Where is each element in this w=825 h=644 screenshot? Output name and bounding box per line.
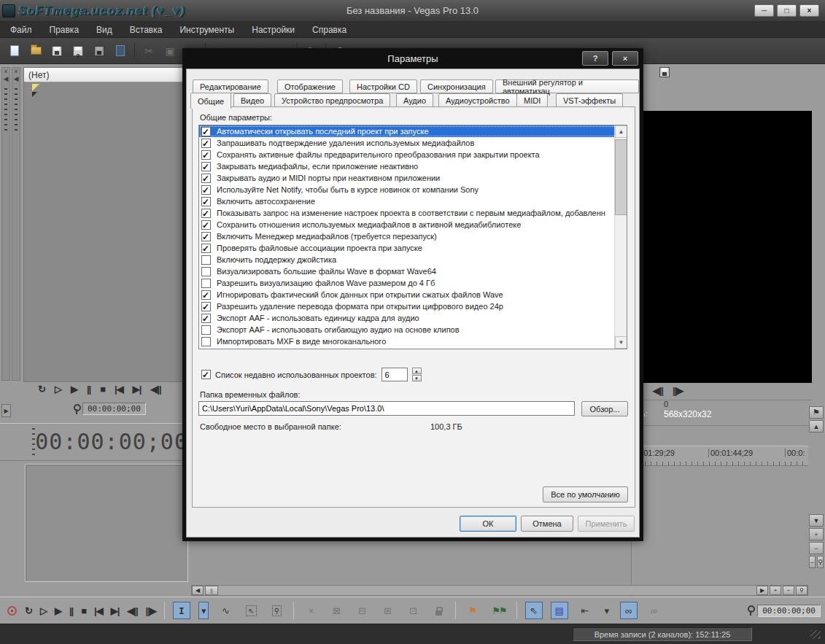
checkbox[interactable] [201,220,211,230]
checkbox[interactable] [201,232,211,241]
ungroup-button[interactable]: ∞ [646,602,663,619]
trimmer-content[interactable] [24,82,184,381]
dialog-title-bar[interactable]: Параметры ? × [186,48,640,69]
go-to-start-icon[interactable]: |◀ [115,384,123,395]
menu-options[interactable]: Настройки [252,25,295,35]
option-row[interactable]: Визуализировать большие файлы Wave в фор… [199,265,627,277]
close-icon[interactable]: × [4,68,7,75]
scroll-left-button[interactable]: ◀ [192,586,204,595]
tab-preview-device[interactable]: Устройство предпросмотра [274,93,390,107]
zoom-out-button[interactable]: − [809,556,816,568]
play-from-start-icon[interactable]: ▷ [40,605,47,616]
checkbox[interactable] [201,267,211,276]
stop-icon[interactable]: ■ [100,384,105,395]
option-row[interactable]: Запрашивать подтверждение удаления испол… [199,137,627,149]
checkbox[interactable] [201,209,211,218]
stop-icon[interactable]: ■ [81,605,86,616]
grip-dots[interactable] [15,88,18,132]
save-as-icon[interactable] [71,44,85,58]
cursor-timecode[interactable]: 00:00:00;00 [757,605,821,617]
option-row[interactable]: Игнорировать фактический блок данных при… [199,289,627,300]
automation-envelope-button[interactable]: ▤ [551,602,568,619]
checkbox[interactable] [201,197,211,206]
checkbox[interactable] [201,302,211,311]
go-to-end-icon[interactable]: ▶| [111,605,120,616]
edit-tool-dropdown[interactable]: ▾ [198,602,209,619]
checkbox[interactable] [201,162,211,171]
scroll-right-button[interactable]: ▶ [756,586,768,595]
menu-view[interactable]: Вид [96,25,112,35]
new-project-icon[interactable] [7,44,22,58]
master-timecode[interactable]: 00:00:00;00 [35,429,188,454]
lock-event-button[interactable] [430,602,447,619]
close-button[interactable]: × [799,4,819,17]
loop-playback-icon[interactable]: ↻ [38,384,45,395]
zoom-in-vertical-button[interactable]: + [809,528,824,540]
collapse-arrow-icon[interactable]: ◀ [14,75,19,82]
open-project-icon[interactable] [28,44,43,58]
loop-playback-icon[interactable]: ↻ [25,605,32,616]
option-row[interactable]: Проверять файловые ассоциации проекта пр… [199,242,627,254]
expand-button[interactable]: ▶ [1,404,11,417]
option-row[interactable]: Включить Менеджер медиафайлов (требуется… [199,230,627,242]
play-from-start-icon[interactable]: ▷ [55,384,61,395]
properties-icon[interactable] [113,44,128,58]
save-icon[interactable] [50,44,64,58]
zoom-out-vertical-button[interactable]: − [809,542,824,554]
next-frame-icon[interactable]: ||▶ [673,385,683,396]
browse-button[interactable]: Обзор... [581,401,628,416]
trimmer-timecode[interactable]: 00:00:00;00 [82,403,146,415]
scrollbar-thumb[interactable] [615,139,627,215]
split-events-button[interactable]: ⊡ [404,602,422,619]
auto-ripple-dropdown[interactable]: ▾ [602,602,612,619]
tab-video[interactable]: Видео [233,93,271,107]
apply-button[interactable]: Применить [578,516,635,532]
tab-general[interactable]: Общие [190,93,231,109]
tab-audio[interactable]: Аудио [396,93,433,107]
zoom-in-time-button[interactable]: + [770,586,781,595]
checkbox[interactable] [201,314,211,323]
next-frame-icon[interactable]: ||▶ [146,605,156,616]
menu-tools[interactable]: Инструменты [179,25,234,35]
scrollbar-thumb[interactable]: || [205,586,218,595]
split-trim-left-button[interactable]: ⊟ [353,602,371,619]
tab-cd-settings[interactable]: Настройки CD [349,79,417,93]
go-to-end-icon[interactable]: ▶| [133,384,142,395]
insert-marker-button[interactable]: ⚑ [464,602,481,619]
checkbox[interactable] [201,185,211,195]
option-row[interactable]: Показывать запрос на изменение настроек … [199,207,627,219]
zoom-out-time-button[interactable]: − [783,586,794,595]
checkbox[interactable] [201,139,211,148]
spin-down-icon[interactable]: ▼ [412,375,422,381]
resize-grip[interactable] [810,630,821,639]
scroll-up-button[interactable]: ▲ [809,420,824,432]
tab-display[interactable]: Отображение [277,79,343,93]
cut-icon[interactable]: ✂ [142,44,156,58]
pause-icon[interactable]: || [87,384,90,395]
checkbox[interactable] [201,337,211,346]
tab-vst-effects[interactable]: VST-эффекты [556,93,623,107]
trim-event-button[interactable]: ⊠ [328,602,345,619]
option-row[interactable]: Экспорт AAF - использовать огибающую ауд… [199,324,627,335]
scroll-up-button[interactable]: ▲ [615,125,627,138]
tab-midi[interactable]: MIDI [516,93,548,107]
recent-projects-checkbox[interactable] [201,370,211,379]
previous-frame-icon[interactable]: ◀|| [150,384,160,395]
scroll-down-button[interactable]: ▼ [809,514,824,527]
checkbox[interactable] [201,174,211,183]
menu-help[interactable]: Справка [312,25,346,35]
option-row[interactable]: Импортировать MXF в виде многоканального [199,335,627,347]
envelope-tool-button[interactable]: ∿ [217,602,234,619]
save-snapshot-icon[interactable] [659,67,670,77]
render-icon[interactable] [92,44,106,58]
menu-insert[interactable]: Вставка [130,25,163,35]
option-row[interactable]: Включить автосохранение [199,195,627,207]
option-row[interactable]: Включить поддержку джойстика [199,254,627,265]
ignore-event-grouping-button[interactable]: ∞ [620,602,638,619]
snap-toggle-button[interactable]: ⇖ [525,602,543,619]
scroll-down-button[interactable]: ▼ [615,336,627,349]
checkbox[interactable] [201,127,211,136]
zoom-tool-button[interactable]: ⚲ [817,556,824,568]
tab-audio-device[interactable]: Аудиоустройство [438,93,517,107]
option-row[interactable]: Используйте Net Notify, чтобы быть в кур… [199,184,627,195]
